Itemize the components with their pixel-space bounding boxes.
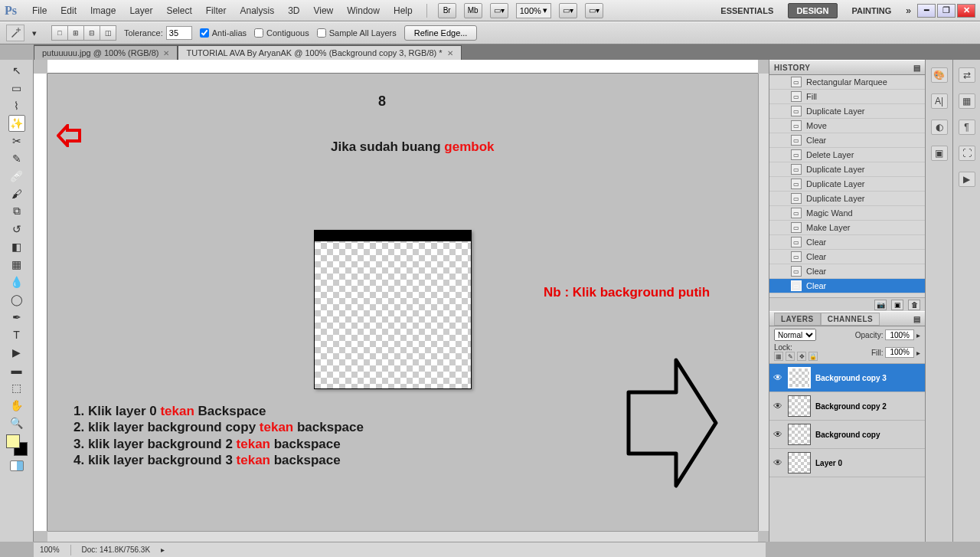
masks-panel-icon[interactable]: ▣ — [931, 146, 948, 161]
history-item[interactable]: ▭Magic Wand — [769, 206, 925, 221]
gradient-tool-icon[interactable]: ▦ — [8, 256, 25, 273]
eyedropper-tool-icon[interactable]: ✎ — [8, 150, 25, 167]
menu-3d[interactable]: 3D — [285, 4, 302, 18]
lock-trans-icon[interactable]: ▦ — [774, 352, 783, 361]
layer-name[interactable]: Layer 0 — [815, 459, 842, 467]
move-tool-icon[interactable]: ↖ — [8, 62, 25, 79]
history-item[interactable]: ▭Duplicate Layer — [769, 192, 925, 206]
lasso-tool-icon[interactable]: ⌇ — [8, 97, 25, 114]
layer-row[interactable]: 👁Layer 0 — [769, 449, 925, 477]
eraser-tool-icon[interactable]: ◧ — [8, 238, 25, 255]
shape-tool-icon[interactable]: ▬ — [8, 362, 25, 378]
opacity-input[interactable] — [885, 329, 914, 340]
path-sel-tool-icon[interactable]: ▶ — [8, 344, 25, 361]
history-item[interactable]: ▭Fill — [769, 90, 925, 104]
selmode-intersect[interactable]: ◫ — [100, 25, 116, 41]
transform-panel-icon[interactable]: ⛶ — [959, 146, 975, 161]
extras-icon[interactable]: ▭▾ — [585, 3, 603, 18]
layers-tab[interactable]: LAYERS — [774, 313, 821, 326]
history-newdoc-icon[interactable]: ▣ — [891, 300, 903, 310]
layer-thumbnail[interactable] — [788, 395, 811, 417]
hand-tool-icon[interactable]: ✋ — [8, 397, 25, 414]
history-list[interactable]: ▭Rectangular Marquee▭Fill▭Duplicate Laye… — [769, 75, 925, 297]
history-item[interactable]: ▭Move — [769, 119, 925, 133]
blend-mode-select[interactable]: Normal — [774, 329, 816, 341]
workspace-painting[interactable]: PAINTING — [844, 3, 900, 18]
workspace-more-icon[interactable]: » — [906, 5, 911, 16]
history-item[interactable]: ▭Duplicate Layer — [769, 162, 925, 177]
history-brush-tool-icon[interactable]: ↺ — [8, 221, 25, 238]
contiguous-check[interactable]: Contiguous — [254, 28, 309, 38]
bridge-icon[interactable]: Br — [438, 3, 456, 18]
vertical-scrollbar[interactable] — [758, 74, 769, 531]
lock-pos-icon[interactable]: ✥ — [797, 352, 806, 361]
horizontal-scrollbar[interactable] — [47, 531, 758, 542]
window-close-button[interactable]: ✕ — [957, 4, 975, 18]
history-snapshot-icon[interactable]: 📷 — [874, 300, 887, 310]
selmode-sub[interactable]: ⊟ — [83, 25, 100, 41]
menu-layer[interactable]: Layer — [126, 4, 155, 18]
3d-tool-icon[interactable]: ⬚ — [8, 379, 25, 396]
magic-wand-tool-icon[interactable]: ✨ — [8, 115, 25, 132]
refine-edge-button[interactable]: Refine Edge... — [404, 25, 478, 41]
arrange-docs-icon[interactable]: ▭▾ — [559, 3, 577, 18]
history-item[interactable]: ▭Clear — [769, 264, 925, 279]
status-zoom[interactable]: 100% — [40, 546, 60, 554]
close-icon[interactable]: ✕ — [447, 49, 453, 57]
layer-name[interactable]: Background copy — [815, 431, 880, 439]
menu-file[interactable]: File — [29, 4, 50, 18]
window-minimize-button[interactable]: ━ — [917, 4, 936, 18]
zoom-select[interactable]: 100%▾ — [516, 3, 551, 18]
type-tool-icon[interactable]: T — [8, 326, 25, 343]
character-panel-icon[interactable]: A| — [931, 93, 948, 109]
nav-panel-icon[interactable]: ▶ — [959, 172, 975, 187]
status-doc-size[interactable]: Doc: 141.8K/756.3K — [82, 546, 151, 554]
history-item[interactable]: ▭Duplicate Layer — [769, 177, 925, 192]
fill-input[interactable] — [885, 347, 914, 358]
layer-visibility-icon[interactable]: 👁 — [773, 372, 783, 383]
layer-thumbnail[interactable] — [788, 424, 811, 445]
doc-tab-1[interactable]: putuuuuu.jpg @ 100% (RGB/8) ✕ — [34, 45, 178, 60]
screen-mode-icon[interactable]: ▭▾ — [490, 3, 508, 18]
marquee-tool-icon[interactable]: ▭ — [8, 80, 25, 97]
swatches-panel-icon[interactable]: ▦ — [959, 93, 975, 109]
history-item[interactable]: ▭Make Layer — [769, 221, 925, 235]
adjust-panel-icon[interactable]: ◐ — [931, 120, 948, 135]
brush-tool-icon[interactable]: 🖌 — [8, 185, 25, 202]
menu-view[interactable]: View — [310, 4, 336, 18]
history-item[interactable]: ▭Clear — [769, 250, 925, 264]
close-icon[interactable]: ✕ — [163, 49, 169, 57]
lock-all-icon[interactable]: 🔒 — [808, 352, 818, 361]
menu-image[interactable]: Image — [87, 4, 119, 18]
layer-thumbnail[interactable] — [788, 367, 811, 388]
paragraph-panel-icon[interactable]: ¶ — [959, 120, 975, 135]
layer-row[interactable]: 👁Background copy — [769, 421, 925, 449]
layer-name[interactable]: Background copy 3 — [815, 374, 887, 382]
selmode-new[interactable]: □ — [51, 25, 68, 41]
quick-mask-icon[interactable] — [10, 460, 24, 471]
crop-tool-icon[interactable]: ✂ — [8, 133, 25, 149]
history-item[interactable]: ▭Duplicate Layer — [769, 104, 925, 119]
layer-row[interactable]: 👁Background copy 3 — [769, 364, 925, 392]
tolerance-input[interactable] — [166, 26, 192, 40]
layer-visibility-icon[interactable]: 👁 — [773, 429, 783, 440]
history-item[interactable]: ▭Clear — [769, 279, 925, 293]
selmode-add[interactable]: ⊞ — [67, 25, 84, 41]
sampleall-check[interactable]: Sample All Layers — [317, 28, 397, 38]
zoom-tool-icon[interactable]: 🔍 — [8, 414, 25, 431]
history-trash-icon[interactable]: 🗑 — [908, 300, 920, 310]
menu-window[interactable]: Window — [344, 4, 383, 18]
layer-visibility-icon[interactable]: 👁 — [773, 457, 783, 468]
healing-tool-icon[interactable]: 🩹 — [8, 168, 25, 185]
blur-tool-icon[interactable]: 💧 — [8, 274, 25, 290]
foreground-color-swatch[interactable] — [6, 434, 20, 448]
menu-select[interactable]: Select — [163, 4, 194, 18]
menu-help[interactable]: Help — [390, 4, 416, 18]
history-item[interactable]: ▭Rectangular Marquee — [769, 75, 925, 90]
window-restore-button[interactable]: ❐ — [937, 4, 956, 18]
layer-thumbnail[interactable] — [788, 452, 811, 473]
dodge-tool-icon[interactable]: ◯ — [8, 291, 25, 308]
layer-visibility-icon[interactable]: 👁 — [773, 401, 783, 411]
layers-list[interactable]: 👁Background copy 3👁Background copy 2👁Bac… — [769, 364, 925, 542]
menu-edit[interactable]: Edit — [57, 4, 80, 18]
